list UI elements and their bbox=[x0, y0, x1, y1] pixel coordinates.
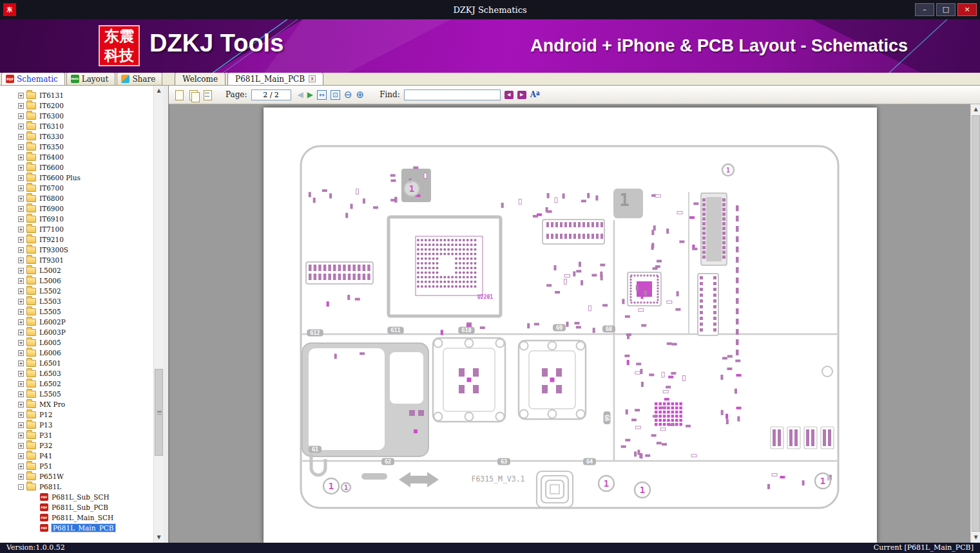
expand-icon[interactable]: + bbox=[18, 443, 24, 449]
page-multi-icon[interactable] bbox=[202, 89, 213, 100]
tab-share[interactable]: Share bbox=[117, 72, 162, 85]
fit-width-icon[interactable]: ↔ bbox=[317, 90, 327, 100]
tree-folder-l6501[interactable]: +L6501 bbox=[0, 358, 153, 368]
expand-icon[interactable]: + bbox=[18, 288, 24, 294]
expand-icon[interactable]: + bbox=[18, 93, 24, 98]
tree-folder-it6600-plus[interactable]: +IT6600 Plus bbox=[0, 173, 153, 183]
expand-icon[interactable]: + bbox=[18, 340, 24, 346]
expand-icon[interactable]: + bbox=[18, 422, 24, 428]
tree-folder-it7100[interactable]: +IT7100 bbox=[0, 224, 153, 234]
scroll-up-icon[interactable]: ▲ bbox=[971, 104, 980, 115]
pcb-page[interactable]: G12G11G10G9G8G6G1G2G3G411111111U2201F631… bbox=[264, 108, 877, 543]
expand-icon[interactable]: + bbox=[18, 330, 24, 335]
tree-folder-l6005[interactable]: +L6005 bbox=[0, 337, 153, 348]
tree-folder-p681l[interactable]: -P681L bbox=[0, 482, 153, 492]
tree-folder-p31[interactable]: +P31 bbox=[0, 430, 153, 440]
tree-folder-it6200[interactable]: +IT6200 bbox=[0, 100, 153, 111]
expand-icon[interactable]: + bbox=[18, 464, 24, 469]
tree-folder-l5503[interactable]: +L5503 bbox=[0, 296, 153, 306]
tree-file-p681l-sub-sch[interactable]: PDFP681L_Sub_SCH bbox=[0, 492, 153, 502]
tree-file-p681l-sub-pcb[interactable]: PDFP681L_Sub_PCB bbox=[0, 502, 153, 512]
find-input[interactable] bbox=[404, 89, 501, 100]
expand-icon[interactable]: + bbox=[18, 247, 24, 253]
scroll-down-icon[interactable]: ▼ bbox=[971, 532, 980, 543]
previous-page-icon[interactable]: ◀ bbox=[298, 90, 303, 99]
expand-icon[interactable]: + bbox=[18, 268, 24, 274]
expand-icon[interactable]: + bbox=[18, 113, 24, 119]
tree-folder-l6003p[interactable]: +L6003P bbox=[0, 327, 153, 337]
sidebar-splitter[interactable] bbox=[163, 86, 169, 543]
tree-folder-it6900[interactable]: +IT6900 bbox=[0, 203, 153, 214]
tree-folder-l6006[interactable]: +L6006 bbox=[0, 348, 153, 358]
tree-folder-p32[interactable]: +P32 bbox=[0, 440, 153, 451]
tree-folder-it6131[interactable]: +IT6131 bbox=[0, 90, 153, 100]
tree-folder-p51[interactable]: +P51 bbox=[0, 461, 153, 471]
zoom-out-icon[interactable]: ⊖ bbox=[344, 90, 352, 100]
zoom-in-icon[interactable]: ⊕ bbox=[356, 90, 365, 100]
tab-close-icon[interactable]: x bbox=[309, 75, 316, 82]
search-next-icon[interactable]: ▶ bbox=[517, 91, 526, 99]
tree-folder-l5006[interactable]: +L5006 bbox=[0, 276, 153, 286]
tree-folder-it6350[interactable]: +IT6350 bbox=[0, 142, 153, 152]
case-sensitive-icon[interactable]: Aª bbox=[530, 90, 540, 99]
tree-folder-p12[interactable]: +P12 bbox=[0, 409, 153, 420]
page-single-icon[interactable] bbox=[174, 89, 184, 100]
expand-icon[interactable]: + bbox=[18, 216, 24, 222]
page-facing-icon[interactable] bbox=[188, 89, 198, 100]
tree-folder-l6002p[interactable]: +L6002P bbox=[0, 317, 153, 327]
scrollbar-thumb[interactable] bbox=[972, 115, 980, 532]
tree-folder-mx-pro[interactable]: +MX Pro bbox=[0, 399, 153, 409]
expand-icon[interactable]: + bbox=[18, 412, 24, 418]
tree-file-p681l-main-sch[interactable]: PDFP681L_Main_SCH bbox=[0, 512, 153, 523]
doc-tab-p681l-main-pcb[interactable]: P681L_Main_PCB x bbox=[227, 72, 323, 85]
expand-icon[interactable]: + bbox=[18, 453, 24, 459]
sidebar-scrollbar[interactable]: ▲ ▼ bbox=[153, 86, 163, 543]
tree-folder-it9210[interactable]: +IT9210 bbox=[0, 234, 153, 245]
next-page-icon[interactable]: ▶ bbox=[307, 90, 313, 99]
tree-folder-it9301[interactable]: +IT9301 bbox=[0, 255, 153, 265]
scroll-up-icon[interactable]: ▲ bbox=[154, 86, 164, 96]
expand-icon[interactable]: + bbox=[18, 175, 24, 181]
expand-icon[interactable]: + bbox=[18, 237, 24, 243]
expand-icon[interactable]: + bbox=[18, 391, 24, 397]
expand-icon[interactable]: + bbox=[18, 433, 24, 438]
tree-folder-p41[interactable]: +P41 bbox=[0, 451, 153, 461]
expand-icon[interactable]: + bbox=[18, 402, 24, 408]
tree-folder-it6300[interactable]: +IT6300 bbox=[0, 111, 153, 121]
tree-folder-l5505[interactable]: +L5505 bbox=[0, 306, 153, 317]
close-button[interactable]: × bbox=[957, 3, 977, 16]
expand-icon[interactable]: + bbox=[18, 196, 24, 202]
tree-folder-it6400[interactable]: +IT6400 bbox=[0, 152, 153, 162]
tree-folder-p13[interactable]: +P13 bbox=[0, 420, 153, 430]
expand-icon[interactable]: + bbox=[18, 134, 24, 140]
tree-folder-l6503[interactable]: +L6503 bbox=[0, 368, 153, 379]
expand-icon[interactable]: + bbox=[18, 185, 24, 191]
tree-folder-it6600[interactable]: +IT6600 bbox=[0, 162, 153, 173]
canvas-scrollbar[interactable]: ▲ ▼ bbox=[970, 104, 980, 543]
scroll-down-icon[interactable]: ▼ bbox=[154, 532, 164, 543]
tree-folder-l5502[interactable]: +L5502 bbox=[0, 286, 153, 296]
scrollbar-thumb[interactable] bbox=[155, 369, 163, 456]
maximize-button[interactable]: □ bbox=[936, 3, 956, 16]
expand-icon[interactable]: + bbox=[18, 278, 24, 284]
search-previous-icon[interactable]: ◀ bbox=[504, 91, 514, 99]
tree-folder-it6800[interactable]: +IT6800 bbox=[0, 193, 153, 203]
collapse-icon[interactable]: - bbox=[18, 484, 24, 490]
tree-folder-it6330[interactable]: +IT6330 bbox=[0, 131, 153, 142]
tree-folder-l5002[interactable]: +L5002 bbox=[0, 265, 153, 276]
tree-folder-it9300s[interactable]: +IT9300S bbox=[0, 245, 153, 255]
page-number-input[interactable] bbox=[251, 89, 291, 100]
tree-folder-l5505[interactable]: +L5505 bbox=[0, 389, 153, 399]
tab-layout[interactable]: PADS Layout bbox=[66, 72, 116, 85]
expand-icon[interactable]: + bbox=[18, 103, 24, 109]
expand-icon[interactable]: + bbox=[18, 474, 24, 480]
expand-icon[interactable]: + bbox=[18, 144, 24, 150]
tree-folder-it6910[interactable]: +IT6910 bbox=[0, 214, 153, 224]
expand-icon[interactable]: + bbox=[18, 381, 24, 387]
expand-icon[interactable]: + bbox=[18, 227, 24, 232]
tree-folder-l6502[interactable]: +L6502 bbox=[0, 379, 153, 389]
expand-icon[interactable]: + bbox=[18, 124, 24, 129]
expand-icon[interactable]: + bbox=[18, 371, 24, 377]
tree-folder-it6310[interactable]: +IT6310 bbox=[0, 121, 153, 131]
expand-icon[interactable]: + bbox=[18, 361, 24, 366]
